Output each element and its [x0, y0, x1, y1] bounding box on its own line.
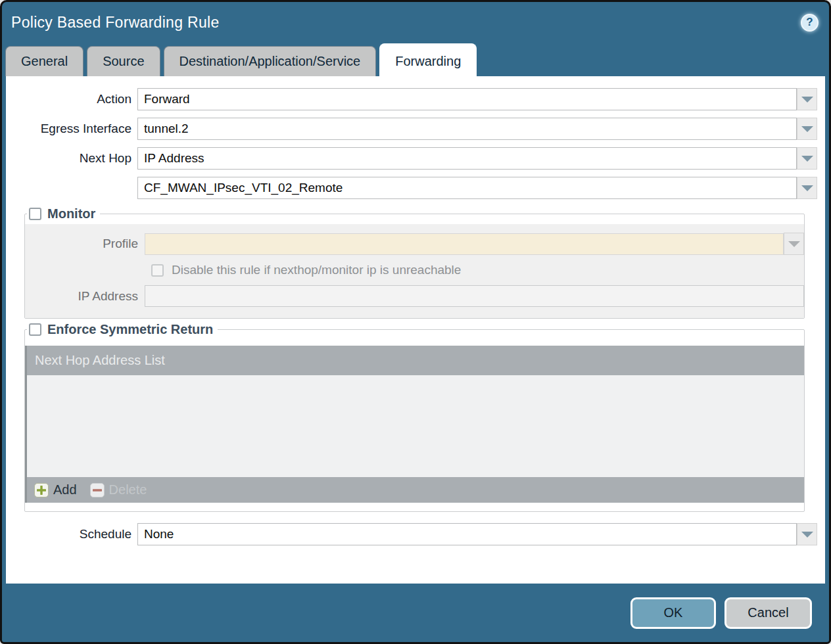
chevron-down-icon [788, 241, 800, 247]
next-hop-address-combo: CF_MWAN_IPsec_VTI_02_Remote [137, 177, 817, 199]
disable-rule-checkbox [151, 264, 164, 277]
next-hop-address-table-header: Next Hop Address List [27, 346, 804, 375]
add-button[interactable]: Add [34, 482, 77, 497]
monitor-body: Profile Disable this rule if nexthop/mon… [25, 224, 804, 318]
schedule-select[interactable]: None [137, 523, 797, 545]
egress-interface-row: Egress Interface tunnel.2 [6, 118, 817, 140]
action-dropdown-button[interactable] [797, 88, 817, 110]
chevron-down-icon [801, 156, 813, 162]
next-hop-row: Next Hop IP Address [6, 147, 817, 170]
schedule-combo: None [137, 523, 817, 545]
profile-dropdown-button [784, 233, 804, 255]
next-hop-address-dropdown-button[interactable] [797, 177, 817, 199]
next-hop-address-table-toolbar: Add Delete [27, 477, 804, 503]
delete-button: Delete [90, 482, 147, 497]
next-hop-select[interactable]: IP Address [137, 147, 797, 170]
egress-interface-dropdown-button[interactable] [797, 118, 817, 140]
dialog-title: Policy Based Forwarding Rule [11, 14, 220, 32]
monitor-legend-label: Monitor [47, 206, 95, 221]
profile-row: Profile [25, 233, 804, 255]
tab-bar: General Source Destination/Application/S… [2, 41, 829, 76]
tab-destination-application-service[interactable]: Destination/Application/Service [164, 46, 377, 76]
egress-interface-label: Egress Interface [6, 122, 137, 136]
next-hop-combo: IP Address [137, 147, 817, 170]
next-hop-dropdown-button[interactable] [797, 147, 817, 170]
forwarding-tab-panel: Action Forward Egress Interface tunnel.2… [6, 76, 825, 584]
symmetric-return-group: Enforce Symmetric Return Next Hop Addres… [24, 322, 805, 512]
tab-general[interactable]: General [5, 46, 83, 76]
cancel-button[interactable]: Cancel [724, 597, 812, 629]
symmetric-return-legend: Enforce Symmetric Return [27, 322, 218, 337]
action-combo: Forward [137, 88, 817, 110]
tab-source[interactable]: Source [87, 46, 160, 76]
disable-rule-check-wrap: Disable this rule if nexthop/monitor ip … [151, 263, 461, 277]
egress-interface-combo: tunnel.2 [137, 118, 817, 140]
monitor-legend: Monitor [27, 206, 100, 221]
monitor-group: Monitor Profile Disable this rule if nex… [24, 206, 805, 319]
monitor-ip-address-input [145, 285, 804, 307]
profile-label: Profile [25, 237, 145, 251]
ok-button[interactable]: OK [630, 597, 716, 629]
schedule-row: Schedule None [6, 523, 817, 545]
chevron-down-icon [801, 126, 813, 132]
dialog-titlebar: Policy Based Forwarding Rule ? [2, 2, 829, 41]
chevron-down-icon [801, 185, 813, 191]
delete-button-label: Delete [109, 482, 147, 497]
plus-icon [34, 483, 49, 497]
minus-icon [90, 483, 105, 497]
action-select[interactable]: Forward [137, 88, 797, 110]
next-hop-label: Next Hop [6, 151, 137, 166]
help-icon[interactable]: ? [801, 14, 819, 32]
monitor-ip-address-row: IP Address [25, 285, 804, 307]
disable-rule-row: Disable this rule if nexthop/monitor ip … [25, 263, 804, 277]
add-button-label: Add [53, 482, 77, 497]
schedule-dropdown-button[interactable] [797, 523, 817, 545]
monitor-checkbox[interactable] [29, 208, 41, 220]
egress-interface-select[interactable]: tunnel.2 [137, 118, 797, 140]
chevron-down-icon [801, 97, 813, 103]
symmetric-return-legend-label: Enforce Symmetric Return [47, 322, 213, 337]
dialog-footer: OK Cancel [2, 584, 829, 642]
schedule-label: Schedule [6, 527, 137, 541]
disable-rule-label: Disable this rule if nexthop/monitor ip … [172, 263, 461, 277]
next-hop-address-table: Next Hop Address List Add Delete [25, 346, 804, 503]
profile-select [145, 233, 784, 255]
next-hop-address-table-body[interactable] [27, 375, 804, 477]
symmetric-return-checkbox[interactable] [29, 323, 41, 336]
next-hop-address-select[interactable]: CF_MWAN_IPsec_VTI_02_Remote [137, 177, 797, 199]
action-row: Action Forward [6, 88, 817, 110]
next-hop-address-row: CF_MWAN_IPsec_VTI_02_Remote [6, 177, 817, 199]
action-label: Action [6, 92, 137, 106]
chevron-down-icon [801, 532, 813, 538]
tab-forwarding[interactable]: Forwarding [379, 43, 477, 76]
policy-based-forwarding-rule-dialog: Policy Based Forwarding Rule ? General S… [0, 0, 831, 644]
monitor-ip-address-label: IP Address [25, 289, 145, 304]
